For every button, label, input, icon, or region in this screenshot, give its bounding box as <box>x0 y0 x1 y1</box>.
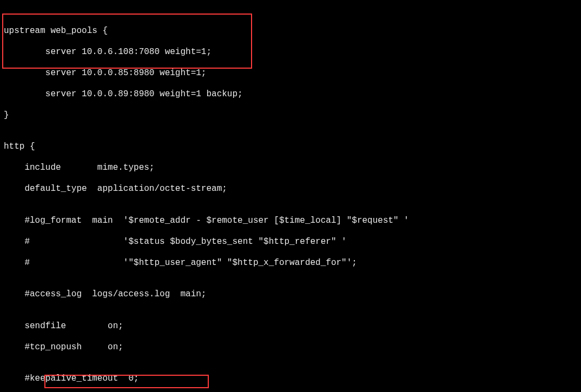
config-line: default_type application/octet-stream; <box>4 184 581 195</box>
config-line: #log_format main '$remote_addr - $remote… <box>4 216 581 227</box>
highlight-box-upstream <box>2 14 252 69</box>
config-line: #access_log logs/access.log main; <box>4 289 581 300</box>
config-line: server 10.0.0.85:8980 weight=1; <box>4 68 581 79</box>
config-line: sendfile on; <box>4 321 581 332</box>
config-line: # '"$http_user_agent" "$http_x_forwarded… <box>4 258 581 269</box>
config-line: #tcp_nopush on; <box>4 342 581 353</box>
config-line: server 10.0.0.89:8980 weight=1 backup; <box>4 89 581 100</box>
config-line: } <box>4 110 581 121</box>
highlight-box-proxy-pass <box>44 375 209 388</box>
config-line: include mime.types; <box>4 163 581 174</box>
config-line: http { <box>4 142 581 152</box>
config-line: # '$status $body_bytes_sent "$http_refer… <box>4 237 581 248</box>
